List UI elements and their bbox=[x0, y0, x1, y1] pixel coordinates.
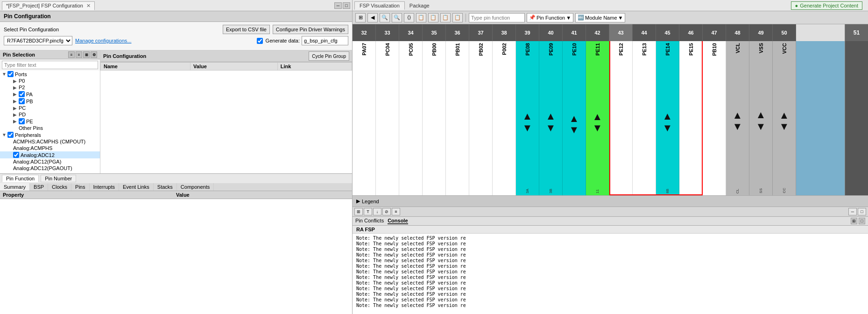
maximize-btn[interactable]: □ bbox=[343, 2, 350, 9]
pin-col-pe10[interactable]: PE10 ▲ ▼ bbox=[563, 41, 586, 195]
pin-function-dropdown[interactable]: 📌 Pin Function ▼ bbox=[527, 13, 573, 22]
generate-project-btn[interactable]: ● Generate Project Content bbox=[791, 1, 862, 10]
pin-col-pb01[interactable]: PB01 bbox=[446, 41, 469, 195]
generate-data-checkbox[interactable] bbox=[257, 38, 263, 44]
pin-col-pc05[interactable]: PC05 bbox=[399, 41, 423, 195]
tree-item-adc12-pga[interactable]: Analog:ADC12(PGA) bbox=[0, 158, 100, 165]
stacks-tab[interactable]: Stacks bbox=[154, 183, 177, 191]
bsp-tab[interactable]: BSP bbox=[30, 183, 48, 191]
pin-col-pa07[interactable]: PA07 bbox=[353, 41, 376, 195]
pin-conflicts-tab[interactable]: Pin Conflicts bbox=[355, 218, 384, 224]
toolbar-back-btn[interactable]: ◀ bbox=[367, 13, 378, 22]
event-links-tab[interactable]: Event Links bbox=[119, 183, 154, 191]
tree-item-pb[interactable]: ▶ PB bbox=[0, 98, 100, 105]
summary-tab[interactable]: Summary bbox=[0, 183, 30, 191]
toolbar-zoom-out-btn[interactable]: 🔍 bbox=[392, 13, 402, 22]
tree-item-adc12-pgaout[interactable]: Analog:ADC12(PGAOUT) bbox=[0, 165, 100, 171]
collapse-all-icon[interactable]: ≡ bbox=[76, 51, 82, 58]
tree-item-pa[interactable]: ▶ PA bbox=[0, 91, 100, 98]
adc12-checkbox[interactable] bbox=[13, 152, 19, 158]
pe-checkbox[interactable] bbox=[19, 118, 25, 124]
toolbar-copy-btn3[interactable]: 📋 bbox=[440, 13, 451, 22]
tree-item-ports[interactable]: ▼ Ports bbox=[0, 71, 100, 78]
toolbar-grid-btn[interactable]: ⊞ bbox=[355, 13, 366, 22]
console-tb-btn2[interactable]: T bbox=[364, 208, 372, 215]
console-tb-btn3[interactable]: ↓ bbox=[373, 208, 381, 215]
tree-item-pe[interactable]: ▶ PE bbox=[0, 118, 100, 125]
toolbar-copy-btn4[interactable]: 📋 bbox=[452, 13, 463, 22]
tree-item-p2[interactable]: ▶ P2 bbox=[0, 84, 100, 91]
tree-item-other[interactable]: Other Pins bbox=[0, 125, 100, 131]
config-select[interactable]: R7FA6T2BD3CFP.pincfg bbox=[4, 36, 72, 45]
fsp-visualization-tab[interactable]: FSP Visualization bbox=[354, 1, 405, 10]
pin-function-search[interactable] bbox=[469, 13, 525, 22]
pin-col-pe12[interactable]: PE12 bbox=[609, 41, 633, 195]
console-tab-btn[interactable]: Console bbox=[388, 218, 408, 224]
pin-col-vss[interactable]: VSS ▲ ▼ SS bbox=[749, 41, 773, 195]
configure-warnings-btn[interactable]: Configure Pin Driver Warnings bbox=[273, 25, 348, 34]
peripherals-checkbox[interactable] bbox=[7, 132, 14, 138]
toolbar-zoom-in-btn[interactable]: 🔍 bbox=[380, 13, 390, 22]
console-tb-btn5[interactable]: ≡ bbox=[392, 208, 400, 215]
expand-all-icon[interactable]: ≡ bbox=[68, 51, 75, 58]
pin-col-pe08[interactable]: PE08 ▲ ▼ 3A bbox=[516, 41, 539, 195]
console-tb-min[interactable]: ─ bbox=[848, 208, 857, 215]
filter-icon[interactable]: ⊞ bbox=[83, 51, 90, 58]
console-icon1[interactable]: ⊞ bbox=[851, 218, 857, 224]
pin-function-tab[interactable]: Pin Function bbox=[2, 175, 39, 182]
pin-col-vcl[interactable]: VCL ▲ ▼ CL bbox=[726, 41, 749, 195]
generate-data-input[interactable] bbox=[302, 36, 348, 45]
tree-item-peripherals[interactable]: ▼ Peripherals bbox=[0, 131, 100, 138]
legend-bar[interactable]: ▶ Legend bbox=[353, 195, 868, 207]
left-panel-tab[interactable]: *[FSP_Project] FSP Configuration ✕ bbox=[2, 1, 95, 10]
package-tab[interactable]: Package bbox=[405, 2, 434, 9]
export-csv-btn[interactable]: Export to CSV file bbox=[223, 25, 270, 34]
ports-checkbox[interactable] bbox=[7, 71, 14, 77]
manage-configurations-link[interactable]: Manage configurations... bbox=[75, 38, 131, 43]
console-tb-btn4[interactable]: ⊘ bbox=[382, 208, 391, 215]
cycle-pin-group-btn[interactable]: Cycle Pin Group bbox=[309, 51, 349, 61]
toolbar-copy-btn2[interactable]: 📋 bbox=[428, 13, 438, 22]
pin-col-pb00[interactable]: PB00 bbox=[423, 41, 446, 195]
pin-number-tab[interactable]: Pin Number bbox=[41, 175, 76, 182]
pin-num-36: 36 bbox=[446, 24, 469, 41]
filter-input[interactable] bbox=[2, 61, 98, 69]
pin-sub-vcl: CL bbox=[735, 189, 740, 193]
pin-col-pe15[interactable]: PE15 bbox=[679, 41, 703, 195]
tree-item-analog-acmphs[interactable]: Analog:ACMPHS bbox=[0, 145, 100, 151]
tree-item-pd[interactable]: ▶ PD bbox=[0, 111, 100, 118]
tree-item-pc[interactable]: ▶ PC bbox=[0, 105, 100, 111]
minimize-btn[interactable]: ─ bbox=[334, 2, 342, 9]
interrupts-tab[interactable]: Interrupts bbox=[90, 183, 119, 191]
console-line-9: Note: The newly selected FSP version re bbox=[356, 280, 864, 285]
clocks-tab[interactable]: Clocks bbox=[48, 183, 71, 191]
settings-icon[interactable]: ⚙ bbox=[91, 51, 97, 58]
pins-tab[interactable]: Pins bbox=[71, 183, 89, 191]
pin-col-vcc[interactable]: VCC ▲ ▼ CC bbox=[773, 41, 796, 195]
console-icon2[interactable]: □ bbox=[859, 218, 865, 224]
property-col-header: Property bbox=[3, 192, 176, 198]
pin-col-pb02[interactable]: PB02 bbox=[469, 41, 493, 195]
tree-item-p0[interactable]: ▶ P0 bbox=[0, 78, 100, 84]
pin-col-pc04[interactable]: PC04 bbox=[376, 41, 399, 195]
pa-checkbox[interactable] bbox=[19, 91, 25, 97]
pin-col-p002[interactable]: P002 bbox=[493, 41, 516, 195]
pb-checkbox[interactable] bbox=[19, 98, 25, 104]
console-line-7: Note: The newly selected FSP version re bbox=[356, 269, 864, 274]
module-name-dropdown[interactable]: 🔤 Module Name ▼ bbox=[575, 13, 625, 22]
pin-col-pe09[interactable]: PE09 ▲ ▼ 3B bbox=[539, 41, 563, 195]
pin-col-pe14[interactable]: PE14 ▲ ▼ 8B bbox=[656, 41, 679, 195]
toolbar-view-btn[interactable]: ⟨⟩ bbox=[404, 13, 414, 22]
console-tb-btn1[interactable]: ⊞ bbox=[354, 208, 363, 215]
console-tb-max[interactable]: □ bbox=[858, 208, 866, 215]
pin-col-pe13[interactable]: PE13 bbox=[633, 41, 656, 195]
pin-num-34: 34 bbox=[399, 24, 423, 41]
toolbar-copy-btn1[interactable]: 📋 bbox=[416, 13, 426, 22]
pin-label-pb00: PB00 bbox=[431, 43, 437, 56]
components-tab[interactable]: Components bbox=[177, 183, 214, 191]
pin-col-pe11[interactable]: PE11 ▲ ▼ 11 bbox=[586, 41, 609, 195]
tree-item-acmphs[interactable]: ACMPHS:ACMPHS (CMPOUT) bbox=[0, 138, 100, 145]
tree-item-adc12[interactable]: Analog:ADC12 bbox=[0, 151, 100, 158]
pin-col-pb10[interactable]: PB10 bbox=[703, 41, 726, 195]
tab-close-btn[interactable]: ✕ bbox=[86, 3, 91, 8]
